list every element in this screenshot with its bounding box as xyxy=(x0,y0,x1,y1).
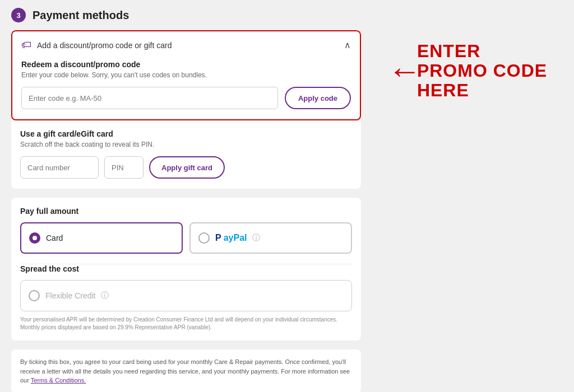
page-header: 3 Payment methods xyxy=(0,0,574,30)
paypal-logo: PayPal xyxy=(215,233,247,243)
annotation-arrow-icon: ← xyxy=(388,54,422,88)
annotation: ← ENTERPROMO CODEHERE xyxy=(388,41,547,101)
main-content: 🏷 Add a discount/promo code or gift card… xyxy=(0,30,574,392)
gift-card-number-input[interactable] xyxy=(20,156,99,179)
page-container: 3 Payment methods 🏷 Add a discount/promo… xyxy=(0,0,574,392)
terms-link[interactable]: Terms & Conditions. xyxy=(31,377,86,384)
gift-card-desc: Scratch off the back coating to reveal i… xyxy=(20,141,352,148)
left-column: 🏷 Add a discount/promo code or gift card… xyxy=(11,30,361,392)
promo-header-title: Add a discount/promo code or gift card xyxy=(37,41,172,50)
promo-section: 🏷 Add a discount/promo code or gift card… xyxy=(11,30,361,120)
flexible-info-icon[interactable]: ⓘ xyxy=(101,291,109,301)
step-badge: 3 xyxy=(11,8,26,22)
gift-card-pin-input[interactable] xyxy=(104,156,144,179)
promo-gift-card: 🏷 Add a discount/promo code or gift card… xyxy=(11,30,361,189)
spread-section: Spread the cost Flexible Credit ⓘ Your p… xyxy=(11,264,361,340)
gift-card-section: Use a gift card/eGift card Scratch off t… xyxy=(11,120,361,189)
spread-label: Spread the cost xyxy=(20,264,352,273)
redeem-title: Redeem a discount/promo code xyxy=(21,60,351,69)
pay-full-label: Pay full amount xyxy=(20,207,352,216)
card-payment-option[interactable]: Card xyxy=(20,222,183,254)
paypal-icon-2: ayPal xyxy=(224,233,247,243)
promo-header-left: 🏷 Add a discount/promo code or gift card xyxy=(21,39,172,51)
page-title: Payment methods xyxy=(33,9,129,22)
gift-card-title: Use a gift card/eGift card xyxy=(20,129,352,138)
paypal-icon: P xyxy=(215,233,221,243)
promo-input-row: Apply code xyxy=(21,87,351,109)
gift-input-row: Apply gift card xyxy=(20,156,352,179)
right-column: ← ENTERPROMO CODEHERE xyxy=(372,30,563,101)
apply-gift-card-button[interactable]: Apply gift card xyxy=(149,156,225,179)
card-radio xyxy=(29,232,40,244)
card-label: Card xyxy=(46,234,63,242)
flexible-radio xyxy=(29,290,40,301)
apply-code-button[interactable]: Apply code xyxy=(285,87,351,109)
redeem-desc: Enter your code below. Sorry, you can't … xyxy=(21,71,351,79)
tag-icon: 🏷 xyxy=(21,39,31,51)
chevron-up-icon[interactable]: ∧ xyxy=(344,40,351,50)
promo-header: 🏷 Add a discount/promo code or gift card… xyxy=(12,31,360,57)
flexible-label: Flexible Credit xyxy=(45,291,95,300)
promo-code-input[interactable] xyxy=(21,87,278,109)
payment-options: Card PayPal ⓘ xyxy=(20,222,352,254)
pay-card: Pay full amount Card PayPal xyxy=(11,198,361,340)
flexible-credit-option[interactable]: Flexible Credit ⓘ xyxy=(20,280,352,311)
paypal-payment-option[interactable]: PayPal ⓘ xyxy=(189,222,352,254)
promo-body: Redeem a discount/promo code Enter your … xyxy=(12,57,360,119)
pay-section: Pay full amount Card PayPal xyxy=(11,198,361,264)
paypal-info-icon[interactable]: ⓘ xyxy=(252,233,260,243)
annotation-text: ENTERPROMO CODEHERE xyxy=(417,41,547,101)
bottom-note: By ticking this box, you agree to your c… xyxy=(11,349,361,392)
paypal-radio xyxy=(198,232,210,244)
apr-note: Your personalised APR will be determined… xyxy=(20,316,352,332)
